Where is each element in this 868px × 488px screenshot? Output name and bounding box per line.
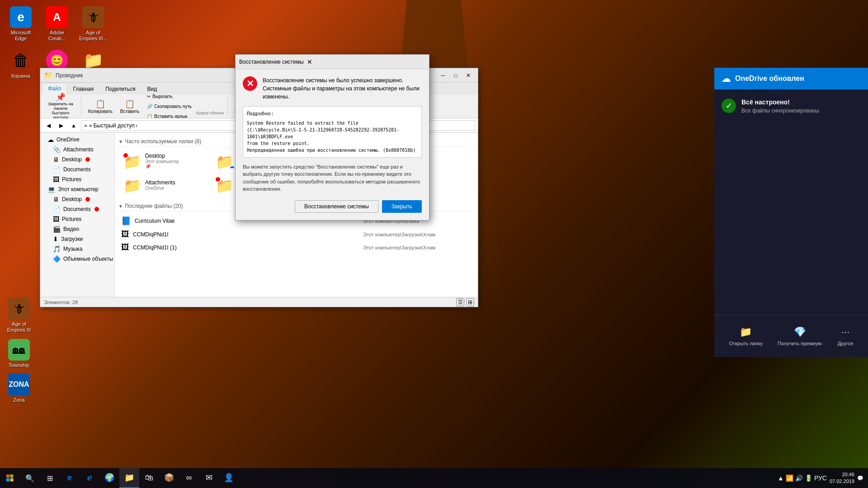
- taskbar-action-center-icon[interactable]: 💬: [857, 475, 863, 481]
- taskbar-arrow-up-icon[interactable]: ▲: [778, 474, 784, 482]
- file-icon-2: 🖼: [121, 243, 129, 252]
- taskbar-app-explorer[interactable]: 📁: [119, 468, 139, 488]
- file-row-1[interactable]: 🖼 CCMDiqPNd1I Этот компьютер\Загрузки\Хл…: [118, 228, 474, 241]
- taskbar-app-edge[interactable]: e: [60, 468, 80, 488]
- ribbon-tab-share[interactable]: Поделиться: [99, 83, 141, 94]
- ribbon-copy-label: Копировать: [88, 109, 113, 114]
- nav-back-btn[interactable]: ◀: [43, 120, 54, 131]
- explorer-maximize-btn[interactable]: □: [450, 70, 462, 81]
- sidebar-item-pictures[interactable]: 🖼 Pictures: [40, 174, 114, 184]
- desktop-icon-aoe3[interactable]: 🗡 Age of Empires III...: [76, 5, 110, 43]
- desktop-icon-aoe3-label: Age of Empires III...: [78, 30, 108, 42]
- ribbon-paste-shortcut-label: Вставить ярлык: [154, 114, 187, 119]
- sidebar-item-desktop[interactable]: 🖥 Desktop: [40, 155, 114, 164]
- sidebar-item-attachments[interactable]: 📎 Attachments: [40, 145, 114, 155]
- sidebar-item-documents[interactable]: 📄 Documents: [40, 164, 114, 174]
- onedrive-panel: ☁ OneDrive обновлен ✓ Всё настроено! Все…: [714, 68, 868, 357]
- sidebar-item-thispc[interactable]: 💻 Этот компьютер: [40, 184, 114, 194]
- folder-item-desktop[interactable]: 📁 Desktop Этот компьютер 📌: [118, 150, 209, 172]
- taskbar-right: ▲ 📶 🔊 🔋 РУС 20:46 07.02.2019 💬: [778, 471, 868, 485]
- ribbon-btn-pin[interactable]: 📌 Закрепить на панели быстрого доступа: [44, 90, 77, 122]
- ribbon-btn-copy-path[interactable]: 🔗 Скопировать путь: [144, 102, 195, 111]
- explorer-close-btn[interactable]: ✕: [462, 70, 474, 81]
- restore-dialog-close-btn[interactable]: ✕: [304, 56, 316, 68]
- restore-dialog: Восстановление системы ✕ ✕ Восстановлени…: [235, 54, 429, 221]
- desktop-badge: [85, 157, 90, 162]
- taskbar-network-icon[interactable]: 📶: [786, 474, 793, 482]
- sidebar-item-objects3d[interactable]: 🔷 Объемные объекты: [40, 254, 114, 264]
- taskbar-multitask-btn[interactable]: ⊞: [40, 468, 60, 488]
- svg-rect-1: [10, 474, 14, 478]
- explorer-status-bar: Элементов: 28 ☰ ⊞: [40, 297, 478, 307]
- onedrive-premium-btn[interactable]: 💎 Получить премиум-: [774, 323, 826, 350]
- view-large-btn[interactable]: ⊞: [466, 298, 474, 306]
- taskbar-systray: ▲ 📶 🔊 🔋 РУС: [778, 474, 827, 482]
- camera-roll-badge: [215, 176, 221, 183]
- desktop-icon-recycle[interactable]: 🗑 Корзина: [4, 48, 38, 87]
- other-icon: ···: [841, 326, 849, 338]
- desktop-icon-edge[interactable]: e Microsoft Edge: [4, 5, 38, 43]
- taskbar-app-infinity[interactable]: ∞: [179, 468, 199, 488]
- recent-files-arrow[interactable]: ▼: [118, 204, 123, 209]
- desktop-icon-zona[interactable]: ZONA Zona: [2, 372, 36, 405]
- sidebar-item-pictures2[interactable]: 🖼 Pictures: [40, 214, 114, 224]
- taskbar-app-chrome[interactable]: 🌍: [99, 468, 119, 488]
- sidebar-item-music[interactable]: 🎵 Музыка: [40, 244, 114, 254]
- taskbar-people-icon: 👤: [224, 473, 234, 483]
- desktop-icon-zona-label: Zona: [13, 397, 24, 403]
- desktop-icon-township[interactable]: 🏘 Township: [2, 337, 36, 370]
- taskbar-app-mail[interactable]: ✉: [199, 468, 219, 488]
- sidebar-item-onedrive[interactable]: ☁ OneDrive: [40, 135, 114, 145]
- explorer-minimize-btn[interactable]: ─: [437, 70, 449, 81]
- sidebar-desktop2-label: Desktop: [62, 196, 82, 202]
- sidebar-item-video[interactable]: 🎬 Видео: [40, 224, 114, 234]
- downloads-icon: ⬇: [53, 235, 58, 243]
- folder-icon-pictures-wrap: 📁 ☁: [216, 153, 234, 169]
- ribbon-btn-paste[interactable]: 📋 Вставить: [117, 97, 142, 116]
- sidebar-item-downloads[interactable]: ⬇ Загрузки: [40, 234, 114, 244]
- view-details-btn[interactable]: ☰: [456, 298, 464, 306]
- taskbar-start-btn[interactable]: [0, 468, 20, 488]
- taskbar-app-store[interactable]: 🛍: [139, 468, 159, 488]
- nav-forward-btn[interactable]: ▶: [56, 120, 66, 131]
- desktop-icon-adobe[interactable]: A Adobe Creati...: [40, 5, 74, 43]
- sidebar-onedrive-label: OneDrive: [57, 136, 80, 143]
- nav-up-btn[interactable]: ▲: [68, 120, 79, 131]
- sidebar-documents2-label: Documents: [63, 206, 91, 212]
- restore-system-btn[interactable]: Восстановление системы: [295, 200, 378, 213]
- ribbon-btn-copy[interactable]: 📋 Копировать: [85, 97, 116, 116]
- ribbon-btn-cut[interactable]: ✂ Вырезать: [144, 92, 195, 101]
- sidebar-downloads-label: Загрузки: [61, 236, 83, 242]
- taskbar-datetime[interactable]: 20:46 07.02.2019: [830, 471, 854, 485]
- restore-close-btn[interactable]: Закрыть: [382, 200, 422, 213]
- folder-info-attachments: Attachments OneDrive: [145, 179, 204, 191]
- scissors-icon: ✂: [147, 94, 151, 99]
- taskbar-battery-icon[interactable]: 🔋: [805, 474, 812, 482]
- file-path-2: Этот компьютер\Загрузки\Хлам: [363, 245, 472, 250]
- desktop-icon-township-label: Township: [9, 362, 29, 368]
- desktop2-icon: 🖥: [53, 196, 59, 203]
- taskbar-search-btn[interactable]: 🔍: [20, 468, 40, 488]
- folder-name-attachments: Attachments: [145, 179, 204, 186]
- taskbar-app-people[interactable]: 👤: [219, 468, 239, 488]
- taskbar-app-ie[interactable]: ℯ: [80, 468, 99, 488]
- taskbar-dropbox-icon: 📦: [164, 473, 174, 483]
- sidebar-item-documents2[interactable]: 📄 Documents: [40, 204, 114, 214]
- frequent-folders-arrow[interactable]: ▼: [118, 139, 123, 144]
- attachments-icon: 📎: [53, 146, 61, 153]
- sidebar-item-desktop2[interactable]: 🖥 Desktop: [40, 194, 114, 204]
- folder-item-attachments[interactable]: 📁 Attachments OneDrive: [118, 174, 209, 196]
- restore-dialog-msg-text: Восстановление системы не было успешно з…: [263, 76, 422, 101]
- recent-files-title: Последние файлы (20): [125, 203, 183, 209]
- taskbar-app-dropbox[interactable]: 📦: [159, 468, 179, 488]
- taskbar-volume-icon[interactable]: 🔊: [795, 474, 803, 482]
- onedrive-open-folder-btn[interactable]: 📁 Открыть папку: [725, 323, 766, 350]
- explorer-view-controls: ☰ ⊞: [456, 298, 474, 306]
- file-row-2[interactable]: 🖼 CCMDiqPNd1I (1) Этот компьютер\Загрузк…: [118, 241, 474, 254]
- desktop-icon-aoe-bottom[interactable]: 🗡 Age of Empires III: [2, 296, 36, 335]
- sidebar-pictures-label: Pictures: [62, 176, 81, 183]
- onedrive-other-btn[interactable]: ··· Другое: [834, 323, 857, 350]
- onedrive-header-title: OneDrive обновлен: [735, 75, 804, 83]
- documents2-badge: [94, 207, 99, 211]
- taskbar-language-indicator[interactable]: РУС: [814, 474, 827, 482]
